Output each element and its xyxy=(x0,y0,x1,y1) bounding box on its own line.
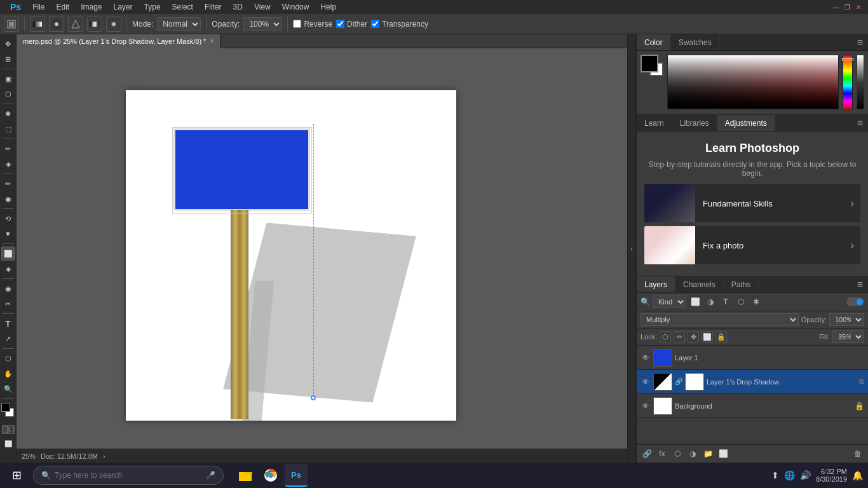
delete-layer-btn[interactable]: 🗑 xyxy=(851,447,864,460)
layer-adjustment-filter[interactable]: ◑ xyxy=(704,295,717,308)
color-panel-menu-btn[interactable]: ≡ xyxy=(852,34,868,50)
dither-checkbox[interactable] xyxy=(336,20,344,28)
hue-slider[interactable] xyxy=(843,55,853,109)
add-style-btn[interactable]: fx xyxy=(656,447,668,460)
link-layers-btn[interactable]: 🔗 xyxy=(641,447,653,460)
tool-move[interactable]: ✥ xyxy=(1,37,15,51)
notification-icon[interactable]: 🔔 xyxy=(852,470,863,480)
new-group-btn[interactable]: 📁 xyxy=(702,447,714,460)
quick-mask-btn[interactable] xyxy=(1,423,15,438)
gradient-reflected-btn[interactable] xyxy=(87,17,102,32)
layer-pixel-filter[interactable]: ⬜ xyxy=(689,295,702,308)
menu-help[interactable]: Help xyxy=(315,1,341,13)
alpha-slider[interactable] xyxy=(857,55,864,109)
add-mask-btn[interactable]: ⬡ xyxy=(671,447,684,460)
gradient-angle-btn[interactable] xyxy=(68,17,83,32)
layer-row-dropshadow[interactable]: 👁 🔗 Layer 1's Drop Shadow ⧉ xyxy=(637,370,868,394)
gradient-diamond-btn[interactable] xyxy=(106,17,121,32)
opacity-select-layers[interactable]: 100% xyxy=(829,313,864,326)
foreground-swatch[interactable] xyxy=(641,55,658,72)
layer-filter-toggle[interactable] xyxy=(846,297,864,306)
lock-position-btn[interactable]: ✥ xyxy=(688,331,699,342)
layer-smart-filter[interactable]: ✱ xyxy=(750,295,763,308)
tool-dodge[interactable]: ◉ xyxy=(1,281,15,295)
tutorial-card-fixphoto[interactable]: Fix a photo › xyxy=(644,226,860,264)
tool-marquee[interactable]: ▣ xyxy=(1,72,15,86)
lock-transparent-btn[interactable]: ⬡ xyxy=(660,331,671,342)
mode-select[interactable]: Normal xyxy=(157,17,201,31)
restore-button[interactable]: ❐ xyxy=(843,3,851,11)
swatches-tab[interactable]: Swatches xyxy=(671,34,720,50)
status-arrow[interactable]: › xyxy=(103,452,105,460)
lock-image-btn[interactable]: ✏ xyxy=(674,331,685,342)
layer-kind-select[interactable]: Kind xyxy=(653,295,686,308)
menu-3d[interactable]: 3D xyxy=(228,1,248,13)
tool-gradient[interactable]: ⬜ xyxy=(1,247,15,261)
layers-tab[interactable]: Layers xyxy=(637,276,675,292)
learn-panel-menu-btn[interactable]: ≡ xyxy=(852,115,868,131)
layer-options-dropshadow[interactable]: ⧉ xyxy=(859,377,864,386)
layer-row-background[interactable]: 👁 Background 🔒 xyxy=(637,394,868,418)
gradient-radial-btn[interactable] xyxy=(49,17,64,32)
reverse-checkbox[interactable] xyxy=(293,20,301,28)
menu-image[interactable]: Image xyxy=(76,1,107,13)
menu-view[interactable]: View xyxy=(249,1,276,13)
adjustments-tab[interactable]: Adjustments xyxy=(717,115,775,131)
tool-zoom[interactable]: 🔍 xyxy=(1,382,15,396)
tool-crop[interactable]: ⬚ xyxy=(1,122,15,136)
taskbar-photoshop-btn[interactable]: Ps xyxy=(285,464,308,487)
canvas-wrapper[interactable] xyxy=(17,48,627,463)
menu-type[interactable]: Type xyxy=(139,1,166,13)
tool-hand[interactable]: ✋ xyxy=(1,367,15,381)
tray-network-icon[interactable]: 🌐 xyxy=(784,470,795,480)
document-tab[interactable]: merp.psd @ 25% (Layer 1's Drop Shadow, L… xyxy=(17,34,220,48)
tool-eraser[interactable]: ▼ xyxy=(1,227,15,241)
layer-visibility-dropshadow[interactable]: 👁 xyxy=(641,377,651,387)
lock-artboard-btn[interactable]: ⬜ xyxy=(702,331,713,342)
tool-clone[interactable]: ◉ xyxy=(1,192,15,206)
menu-file[interactable]: File xyxy=(27,1,50,13)
close-button[interactable]: ✕ xyxy=(854,3,863,11)
tool-history-brush[interactable]: ⟲ xyxy=(1,212,15,226)
taskbar-chrome-btn[interactable] xyxy=(259,464,282,487)
learn-tab[interactable]: Learn xyxy=(637,115,672,131)
tool-preset-btn[interactable] xyxy=(4,17,19,32)
tool-brush[interactable]: ✏ xyxy=(1,177,15,191)
menu-select[interactable]: Select xyxy=(167,1,198,13)
tutorial-card-fundamental[interactable]: Fundamental Skills › xyxy=(644,184,860,222)
tool-artboard[interactable]: ⊞ xyxy=(1,52,15,66)
tab-close-btn[interactable]: × xyxy=(210,37,214,44)
ps-logo[interactable]: Ps xyxy=(5,1,26,13)
transparency-checkbox[interactable] xyxy=(371,20,379,28)
paths-tab[interactable]: Paths xyxy=(724,276,759,292)
start-button[interactable]: ⊞ xyxy=(5,464,28,487)
tool-lasso[interactable]: ⬡ xyxy=(1,87,15,101)
layers-panel-menu-btn[interactable]: ≡ xyxy=(852,276,868,292)
opacity-select[interactable]: 100% xyxy=(243,17,282,31)
tool-text[interactable]: T xyxy=(1,316,15,330)
foreground-color-swatch[interactable] xyxy=(1,403,10,412)
tool-eyedropper[interactable]: ✏ xyxy=(1,142,15,156)
new-adjustment-btn[interactable]: ◑ xyxy=(686,447,699,460)
gradient-linear-btn[interactable] xyxy=(30,17,45,32)
tool-pen[interactable]: ✂ xyxy=(1,297,15,311)
menu-window[interactable]: Window xyxy=(277,1,315,13)
minimize-button[interactable]: — xyxy=(831,3,840,11)
panel-collapse-btn[interactable]: ‹ xyxy=(627,34,636,463)
clock-display[interactable]: 6:32 PM 8/30/2019 xyxy=(816,468,847,483)
lock-all-btn[interactable]: 🔒 xyxy=(715,331,727,342)
color-tab[interactable]: Color xyxy=(637,34,671,50)
taskbar-explorer-btn[interactable] xyxy=(234,464,257,487)
tray-icon-1[interactable]: ⬆ xyxy=(771,470,779,480)
blend-mode-select[interactable]: Multiply xyxy=(641,313,799,326)
layer-visibility-layer1[interactable]: 👁 xyxy=(641,353,651,363)
tool-magic-wand[interactable]: ✱ xyxy=(1,107,15,121)
libraries-tab[interactable]: Libraries xyxy=(672,115,717,131)
menu-filter[interactable]: Filter xyxy=(200,1,227,13)
layer-visibility-background[interactable]: 👁 xyxy=(641,401,651,411)
tray-volume-icon[interactable]: 🔊 xyxy=(800,470,811,480)
tool-blur[interactable]: ◈ xyxy=(1,262,15,276)
mic-icon[interactable]: 🎤 xyxy=(206,471,215,480)
tool-heal[interactable]: ◈ xyxy=(1,157,15,171)
tool-path[interactable]: ↗ xyxy=(1,332,15,346)
